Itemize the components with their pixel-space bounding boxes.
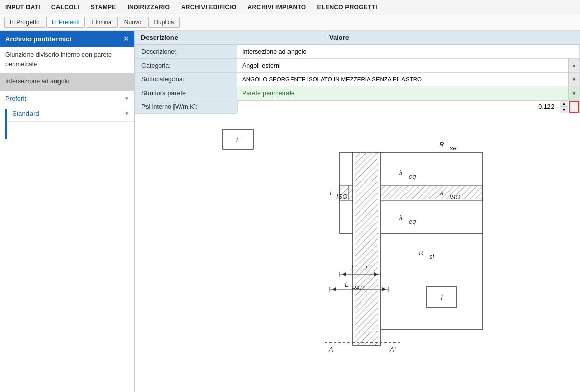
menu-input-dati[interactable]: INPUT DATI [4,2,41,13]
svg-text:A': A' [389,346,396,353]
drawing-area: E R se λ eq λ ISO [135,114,580,392]
sidebar-title: Archivio pontitermici ✕ [0,31,134,47]
sottocategoria-value-cell: ANGOLO SPORGENTE ISOLATO IN MEZZERIA SEN… [237,73,580,86]
svg-marker-35 [332,287,336,291]
svg-text:A: A [328,346,333,353]
svg-text:L: L [345,281,349,288]
svg-text:E: E [236,136,240,144]
row-descrizione: Descrizione: [135,45,580,59]
row-sottocategoria: Sottocategoria: ANGOLO SPORGENTE ISOLATO… [135,73,580,86]
svg-text:PAR: PAR [352,284,365,292]
thermal-bridge-drawing: E R se λ eq λ ISO [192,119,523,353]
struttura-value-cell: Parete perimetrale ▼ [237,86,580,100]
svg-text:λ: λ [439,189,443,197]
svg-text:eq: eq [409,218,416,225]
svg-text:I: I [441,294,443,301]
sottocategoria-label: Sottocategoria: [135,73,237,86]
psi-input[interactable] [238,101,560,113]
menu-calcoli[interactable]: CALCOLI [50,2,80,13]
toolbar: In Progetto In Preferiti Elimina Nuovo D… [0,14,580,31]
svg-text:se: se [450,144,457,152]
svg-text:λ: λ [398,169,402,176]
struttura-select[interactable]: Parete perimetrale [237,87,579,99]
svg-text:R: R [419,249,423,257]
psi-decrement-btn[interactable]: ▼ [560,107,568,113]
svg-text:si: si [429,253,435,260]
svg-text:ISO: ISO [449,193,460,201]
btn-duplica[interactable]: Duplica [148,17,180,28]
row-categoria: Categoria: Angoli esterni ▼ [135,59,580,73]
descrizione-value-cell [237,45,580,59]
psi-indicator-btn[interactable] [569,101,579,113]
menu-archivi-edificio[interactable]: ARCHIVI EDIFICIO [180,2,238,13]
col-valore-header: Valore [323,31,580,44]
psi-input-wrap: ▲ ▼ [238,101,579,113]
sidebar-close-icon[interactable]: ✕ [123,35,129,43]
svg-rect-14 [381,233,482,330]
svg-text:L'': L'' [365,264,372,272]
row-psi: Psi interno [W/m.K]: ▲ ▼ [135,100,580,114]
btn-in-progetto[interactable]: In Progetto [4,17,45,28]
categoria-dropdown-wrapper: Angoli esterni [237,59,579,72]
preferiti-chevron-icon: ▼ [124,96,129,101]
struttura-label: Struttura parete [135,86,237,100]
col-descrizione-header: Descrizione [135,31,323,44]
content-area: Descrizione Valore Descrizione: Categori… [135,31,580,392]
sidebar: Archivio pontitermici ✕ Giunzione diviso… [0,31,135,392]
svg-text:λ: λ [398,214,402,221]
row-struttura: Struttura parete Parete perimetrale ▼ [135,86,580,100]
svg-rect-21 [355,152,378,345]
svg-text:L': L' [351,264,356,272]
menu-archivi-impianto[interactable]: ARCHIVI IMPIANTO [246,2,307,13]
psi-value-cell: ▲ ▼ [237,100,580,113]
menu-bar: INPUT DATI CALCOLI STAMPE INDIRIZZARIO A… [0,0,580,14]
sidebar-group-standard[interactable]: Standard ▼ [7,106,134,122]
categoria-select[interactable]: Angoli esterni [237,59,579,72]
svg-text:L: L [330,189,333,197]
main-layout: Archivio pontitermici ✕ Giunzione diviso… [0,31,580,392]
btn-in-preferiti[interactable]: In Preferiti [46,17,85,28]
menu-indirizzario[interactable]: INDIRIZZARIO [126,2,171,13]
categoria-label: Categoria: [135,59,237,73]
btn-nuovo[interactable]: Nuovo [119,17,148,28]
svg-text:eq: eq [409,173,416,180]
content-header: Descrizione Valore [135,31,580,45]
psi-increment-btn[interactable]: ▲ [560,101,568,107]
form-table: Descrizione: Categoria: Angoli esterni ▼ [135,45,580,114]
categoria-value-cell: Angoli esterni ▼ [237,59,580,73]
standard-label: Standard [12,110,39,117]
struttura-dropdown-wrapper: Parete perimetrale [237,87,579,99]
descrizione-label: Descrizione: [135,45,237,59]
svg-marker-30 [342,272,346,276]
sottocategoria-dropdown-wrapper: ANGOLO SPORGENTE ISOLATO IN MEZZERIA SEN… [237,74,579,85]
psi-label: Psi interno [W/m.K]: [135,100,237,114]
sidebar-item-giunzione[interactable]: Giunzione divisorio interno con parete p… [0,47,134,73]
sidebar-item-intersezione[interactable]: Intersezione ad angolo [0,73,134,91]
menu-elenco-progetti[interactable]: ELENCO PROGETTI [316,2,378,13]
standard-chevron-icon: ▼ [124,111,129,116]
svg-text:ISO: ISO [336,193,347,200]
sidebar-group-preferiti[interactable]: Preferiti ▼ [0,91,134,106]
sidebar-title-label: Archivio pontitermici [5,35,71,43]
svg-text:R: R [439,141,444,148]
sottocategoria-select[interactable]: ANGOLO SPORGENTE ISOLATO IN MEZZERIA SEN… [237,74,579,85]
psi-spinner: ▲ ▼ [560,101,568,113]
menu-stampe[interactable]: STAMPE [90,2,118,13]
preferiti-label: Preferiti [5,95,28,102]
descrizione-input[interactable] [237,46,579,58]
btn-elimina[interactable]: Elimina [86,17,117,28]
sidebar-list: Giunzione divisorio interno con parete p… [0,47,134,392]
